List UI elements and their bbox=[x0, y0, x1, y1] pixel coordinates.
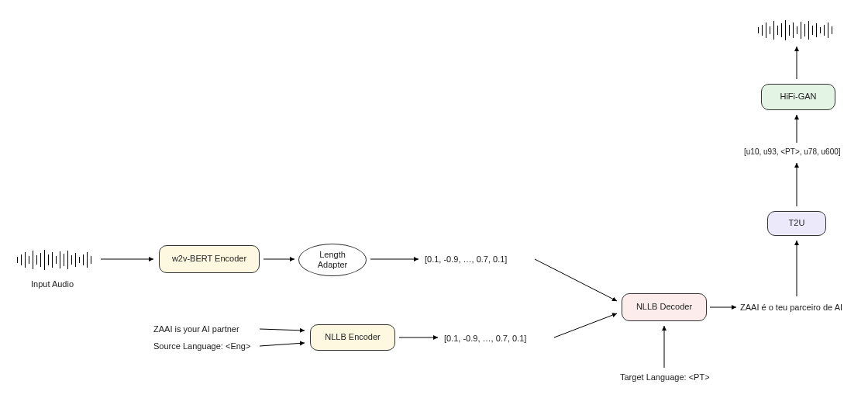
vector-top-label: [0.1, -0.9, …, 0.7, 0.1] bbox=[425, 254, 507, 264]
text-input-label: ZAAI is your AI partner bbox=[153, 324, 239, 334]
svg-line-3 bbox=[260, 329, 305, 331]
length-adapter-label: Length Adapter bbox=[318, 250, 348, 270]
nllb-decoder-node: NLLB Decoder bbox=[622, 293, 707, 321]
hifigan-label: HiFi-GAN bbox=[780, 92, 816, 102]
diagram-stage: Input Audio w2v-BERT Encoder Length Adap… bbox=[0, 0, 868, 405]
svg-line-4 bbox=[260, 343, 305, 346]
t2u-node: T2U bbox=[767, 211, 826, 236]
svg-line-7 bbox=[554, 313, 617, 338]
w2v-bert-encoder-node: w2v-BERT Encoder bbox=[159, 245, 260, 273]
decoded-text-label: ZAAI é o teu parceiro de AI bbox=[740, 303, 842, 312]
source-language-label: Source Language: <Eng> bbox=[153, 341, 250, 351]
w2v-bert-encoder-label: w2v-BERT Encoder bbox=[172, 254, 246, 264]
units-label: [u10, u93, <PT>, u78, u600] bbox=[744, 147, 841, 156]
output-audio-icon bbox=[758, 20, 832, 40]
input-audio-label: Input Audio bbox=[31, 279, 74, 289]
input-audio-icon bbox=[17, 250, 91, 270]
arrows-layer bbox=[0, 0, 868, 405]
t2u-label: T2U bbox=[789, 218, 805, 228]
nllb-decoder-label: NLLB Decoder bbox=[636, 302, 692, 312]
nllb-encoder-node: NLLB Encoder bbox=[310, 324, 395, 351]
nllb-encoder-label: NLLB Encoder bbox=[325, 332, 381, 342]
target-language-label: Target Language: <PT> bbox=[620, 372, 710, 382]
hifigan-node: HiFi-GAN bbox=[761, 84, 835, 110]
length-adapter-node: Length Adapter bbox=[298, 244, 367, 276]
vector-bottom-label: [0.1, -0.9, …, 0.7, 0.1] bbox=[444, 334, 526, 343]
svg-line-6 bbox=[535, 259, 617, 301]
